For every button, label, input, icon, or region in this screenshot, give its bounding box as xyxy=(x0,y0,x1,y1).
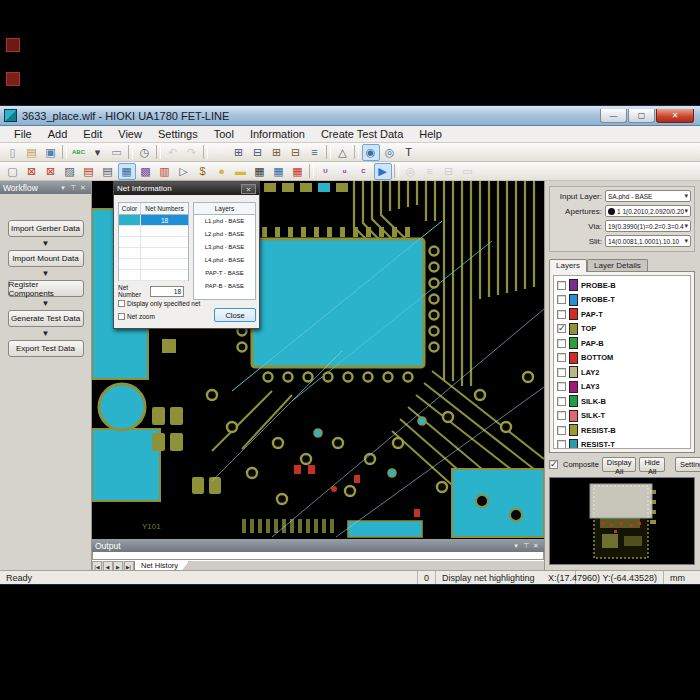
net-table-row[interactable] xyxy=(119,259,188,270)
layer-row[interactable]: SILK-T xyxy=(557,409,690,424)
layer-color-swatch[interactable] xyxy=(569,294,578,306)
viewport-indicator[interactable] xyxy=(590,484,652,518)
toolbar-icon[interactable]: ⊟ xyxy=(287,144,305,161)
dropdown-arrow-icon[interactable]: ▾ xyxy=(684,192,688,200)
toolbar-icon[interactable]: ≡ xyxy=(306,144,324,161)
hide-all-button[interactable]: Hide All xyxy=(639,457,664,472)
toolbar-icon[interactable] xyxy=(354,145,359,159)
layer-visibility-checkbox[interactable] xyxy=(557,440,566,449)
settings-button[interactable]: Settings xyxy=(675,457,700,472)
dialog-layer-item[interactable]: L3.phd - BASE xyxy=(194,241,255,254)
toolbar-icon[interactable]: U xyxy=(317,163,335,180)
toolbar-icon[interactable] xyxy=(309,164,314,178)
toolbar-icon[interactable] xyxy=(394,164,399,178)
toolbar-icon[interactable] xyxy=(326,145,331,159)
toolbar-icon[interactable]: ABC xyxy=(70,144,88,161)
layer-color-swatch[interactable] xyxy=(569,395,578,407)
toolbar-icon[interactable]: △ xyxy=(334,144,352,161)
layer-row[interactable]: TOP xyxy=(557,322,690,337)
toolbar-icon[interactable]: ▦ xyxy=(270,163,288,180)
toolbar-icon[interactable]: ● xyxy=(213,163,231,180)
dropdown-arrow-icon[interactable]: ▾ xyxy=(684,207,688,215)
net-number-input[interactable]: 18 xyxy=(150,286,184,297)
layer-color-swatch[interactable] xyxy=(569,410,578,422)
toolbar-icon[interactable]: ▬ xyxy=(232,163,250,180)
layer-row[interactable]: LAY2 xyxy=(557,365,690,380)
overview-thumbnail[interactable] xyxy=(549,477,695,565)
toolbar-icon[interactable]: ⊠ xyxy=(23,163,41,180)
dropdown-arrow-icon[interactable]: ▾ xyxy=(684,237,688,245)
layer-visibility-checkbox[interactable] xyxy=(557,281,566,290)
layer-color-swatch[interactable] xyxy=(569,323,578,335)
toolbar-icon[interactable]: ▭ xyxy=(459,163,477,180)
field-dropdown[interactable]: 19(0.3990(1)=0.2=0.3=0.4=0 ▾ xyxy=(605,220,691,232)
toolbar-icon[interactable]: ▤ xyxy=(23,144,41,161)
toolbar-icon[interactable]: u xyxy=(336,163,354,180)
dialog-layer-item[interactable]: PAP-T - BASE xyxy=(194,267,255,280)
maximize-button[interactable]: ▢ xyxy=(628,109,655,123)
layer-color-swatch[interactable] xyxy=(569,308,578,320)
menu-item[interactable]: Create Test Data xyxy=(313,127,411,141)
toolbar-icon[interactable]: ⊞ xyxy=(268,144,286,161)
minimize-button[interactable]: — xyxy=(600,109,627,123)
layer-color-swatch[interactable] xyxy=(569,381,578,393)
workflow-step-button[interactable]: Export Test Data xyxy=(8,340,84,357)
field-dropdown[interactable]: 14(0.0081,1.0001).10.10 ▾ xyxy=(605,235,691,247)
layer-row[interactable]: PROBE-B xyxy=(557,278,690,293)
dialog-layer-item[interactable]: L2.phd - BASE xyxy=(194,228,255,241)
dialog-close-icon[interactable]: ✕ xyxy=(241,184,256,194)
layer-visibility-checkbox[interactable] xyxy=(557,411,566,420)
toolbar-icon[interactable]: ▦ xyxy=(289,163,307,180)
menu-item[interactable]: View xyxy=(110,127,150,141)
layer-color-swatch[interactable] xyxy=(569,352,578,364)
layer-row[interactable]: LAY3 xyxy=(557,380,690,395)
pin-icon[interactable]: ⊤ xyxy=(521,542,531,550)
net-table-row[interactable] xyxy=(119,248,188,259)
dialog-layer-item[interactable]: L4.phd - BASE xyxy=(194,254,255,267)
layer-color-swatch[interactable] xyxy=(569,424,578,436)
dropdown-arrow-icon[interactable]: ▾ xyxy=(684,222,688,230)
field-dropdown[interactable]: SA.phd - BASE ▾ xyxy=(605,190,691,202)
workflow-step-button[interactable]: Register Components xyxy=(8,280,84,297)
toolbar-icon[interactable]: ▭ xyxy=(108,144,126,161)
toolbar-icon[interactable] xyxy=(62,145,67,159)
menu-item[interactable]: File xyxy=(6,127,40,141)
menu-item[interactable]: Settings xyxy=(150,127,206,141)
net-table-row[interactable] xyxy=(119,237,188,248)
toolbar-icon[interactable]: ▦ xyxy=(118,163,136,180)
dialog-close-button[interactable]: Close xyxy=(214,308,256,322)
menu-item[interactable]: Information xyxy=(242,127,313,141)
toolbar-icon[interactable]: $ xyxy=(194,163,212,180)
net-table-row[interactable] xyxy=(119,270,188,281)
layer-visibility-checkbox[interactable] xyxy=(557,324,566,333)
desktop-icon-2[interactable] xyxy=(6,72,20,86)
toolbar-icon[interactable]: ⊠ xyxy=(42,163,60,180)
layer-visibility-checkbox[interactable] xyxy=(557,353,566,362)
layer-color-swatch[interactable] xyxy=(569,439,578,449)
toolbar-icon[interactable]: ▷ xyxy=(175,163,193,180)
menu-item[interactable]: Add xyxy=(40,127,76,141)
workflow-step-button[interactable]: Import Mount Data xyxy=(8,250,84,267)
toolbar-icon[interactable]: ▢ xyxy=(4,163,22,180)
layer-color-swatch[interactable] xyxy=(569,279,578,291)
toolbar-icon[interactable]: ◉ xyxy=(362,144,380,161)
toolbar-icon[interactable] xyxy=(203,145,208,159)
layer-row[interactable]: PROBE-T xyxy=(557,293,690,308)
title-bar[interactable]: 3633_place.wlf - HIOKI UA1780 FET-LINE —… xyxy=(0,106,700,126)
layer-row[interactable]: PAP-B xyxy=(557,336,690,351)
layer-visibility-checkbox[interactable] xyxy=(557,295,566,304)
toolbar-icon[interactable]: ▣ xyxy=(42,144,60,161)
layer-visibility-checkbox[interactable] xyxy=(557,310,566,319)
layer-visibility-checkbox[interactable] xyxy=(557,368,566,377)
dialog-layer-item[interactable]: PAP-B - BASE xyxy=(194,280,255,293)
menu-item[interactable]: Help xyxy=(411,127,450,141)
field-dropdown[interactable]: 1 1(0.2010,2.0920/0.2099 ▾ xyxy=(605,205,691,217)
layer-visibility-checkbox[interactable] xyxy=(557,426,566,435)
toolbar-icon[interactable]: ⊟ xyxy=(249,144,267,161)
chevron-down-icon[interactable]: ▾ xyxy=(511,542,521,550)
toolbar-icon[interactable]: T xyxy=(400,144,418,161)
toolbar-icon[interactable]: ▦ xyxy=(251,163,269,180)
toolbar-icon[interactable]: ▥ xyxy=(156,163,174,180)
layer-row[interactable]: SILK-B xyxy=(557,394,690,409)
toolbar-icon[interactable]: ▤ xyxy=(99,163,117,180)
